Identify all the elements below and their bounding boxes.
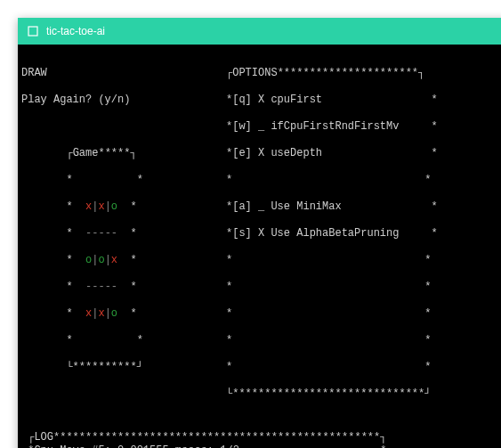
svg-rect-0 bbox=[28, 27, 37, 36]
option-q[interactable]: [q] X cpuFirst bbox=[232, 94, 322, 106]
cell-1-2: x bbox=[111, 254, 117, 266]
log-label: LOG bbox=[34, 431, 53, 444]
option-e[interactable]: [e] X useDepth bbox=[232, 147, 322, 159]
log-panel: ┌LOG************************************… bbox=[21, 418, 501, 448]
cell-0-2: o bbox=[111, 200, 117, 213]
game-result: DRAW bbox=[21, 67, 47, 79]
log-entry: Cpu Move #5: 0.001555 msecs; 1/2 bbox=[34, 444, 238, 448]
option-w[interactable]: [w] _ ifCpuFirstRndFirstMv bbox=[232, 120, 399, 133]
cell-2-1: x bbox=[98, 307, 104, 320]
cell-2-2: o bbox=[111, 307, 117, 320]
titlebar[interactable]: tic-tac-toe-ai bbox=[18, 18, 501, 45]
app-icon bbox=[27, 25, 39, 37]
option-a[interactable]: [a] _ Use MiniMax bbox=[232, 200, 341, 213]
window-title: tic-tac-toe-ai bbox=[46, 25, 105, 37]
cell-0-1: x bbox=[98, 200, 104, 213]
terminal[interactable]: DRAW ┌OPTIONS**********************┐ Pla… bbox=[18, 45, 501, 448]
cell-1-1: o bbox=[98, 254, 104, 266]
app-window: tic-tac-toe-ai DRAW ┌OPTIONS************… bbox=[18, 18, 501, 448]
play-again-prompt[interactable]: Play Again? (y/n) bbox=[21, 94, 130, 106]
game-label: Game bbox=[73, 147, 99, 159]
options-label: OPTIONS bbox=[232, 67, 277, 79]
option-s[interactable]: [s] X Use AlphaBetaPruning bbox=[232, 227, 399, 240]
